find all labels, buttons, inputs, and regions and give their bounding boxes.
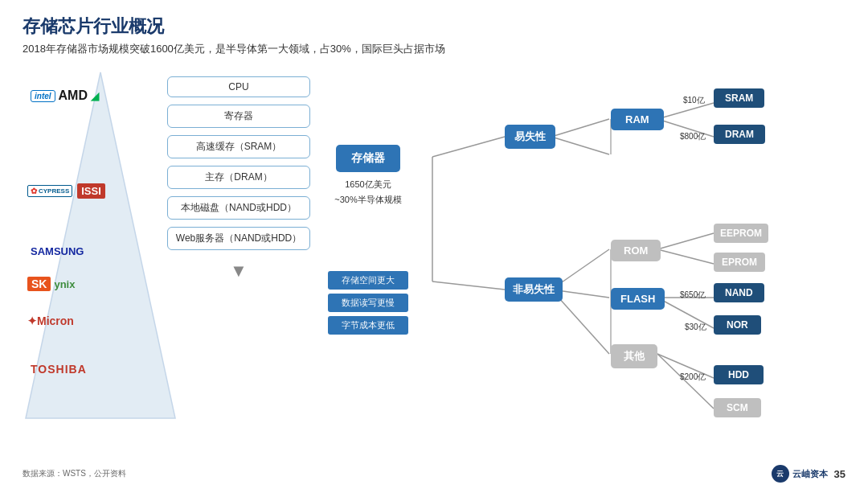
hdd-group: $200亿 HDD bbox=[714, 365, 764, 384]
tag-cost: 字节成本更低 bbox=[328, 316, 408, 335]
nand-box: NAND bbox=[714, 283, 764, 302]
center-panel: 存储器 1650亿美元~30%半导体规模 存储空间更大 数据读写更慢 字节成本更… bbox=[316, 64, 420, 458]
non-volatile-box: 非易失性 bbox=[505, 277, 563, 302]
dram-value: $800亿 bbox=[680, 131, 706, 142]
dram-box: DRAM bbox=[714, 125, 765, 144]
storage-box: 存储器 bbox=[336, 145, 400, 172]
footer-right: 云 云岫资本 35 bbox=[772, 465, 845, 483]
pyramid-item-cpu: CPU bbox=[167, 76, 310, 97]
logo-toshiba-text: TOSHIBA bbox=[31, 363, 87, 376]
pyramid-item-register: 寄存器 bbox=[167, 105, 310, 128]
nor-value: $30亿 bbox=[685, 322, 706, 333]
pyramid-item-nand: 本地磁盘（NAND或HDD） bbox=[167, 196, 310, 220]
footer-logo-text: 云岫资本 bbox=[792, 468, 828, 480]
logo-issi: ISSI bbox=[77, 183, 105, 199]
eeprom-group: EEPROM bbox=[714, 224, 768, 243]
hdd-box: HDD bbox=[714, 365, 764, 384]
dram-group: $800亿 DRAM bbox=[714, 125, 765, 144]
svg-line-12 bbox=[657, 249, 714, 264]
logo-micron-text: ✦Micron bbox=[27, 314, 74, 327]
svg-line-4 bbox=[551, 119, 609, 137]
hdd-value: $200亿 bbox=[680, 372, 706, 383]
rom-box: ROM bbox=[611, 240, 661, 261]
bottom-tags: 存储空间更大 数据读写更慢 字节成本更低 bbox=[328, 271, 408, 335]
scm-group: SCM bbox=[714, 398, 761, 417]
eprom-group: EPROM bbox=[714, 253, 765, 272]
logo-sk: SK bbox=[27, 277, 51, 291]
page-number: 35 bbox=[834, 468, 845, 480]
nor-box: NOR bbox=[714, 315, 761, 335]
footer: 数据来源：WSTS，公开资料 云 云岫资本 35 bbox=[23, 465, 845, 483]
logo-intel-amd: intel AMD◢ bbox=[31, 88, 99, 103]
right-panel: 易失性 非易失性 RAM ROM FLASH 其他 $10亿 SRAM $800… bbox=[424, 64, 845, 458]
logo-micron: ✦Micron bbox=[27, 314, 74, 328]
logo-toshiba: TOSHIBA bbox=[31, 362, 87, 376]
logo-samsung-sk: SAMSUNG bbox=[31, 245, 84, 257]
middle-panel: CPU 寄存器 高速缓存（SRAM） 主存（DRAM） 本地磁盘（NAND或HD… bbox=[167, 64, 316, 458]
logo-circle: 云 bbox=[772, 465, 789, 483]
sram-value: $10亿 bbox=[683, 95, 705, 106]
svg-line-11 bbox=[657, 233, 714, 249]
page-title: 存储芯片行业概况 bbox=[23, 14, 845, 39]
logo-intel: intel bbox=[31, 90, 55, 102]
footer-logo: 云 云岫资本 bbox=[772, 465, 828, 483]
volatile-box: 易失性 bbox=[505, 125, 555, 149]
svg-line-3 bbox=[432, 281, 505, 290]
arrow-down: ▼ bbox=[167, 261, 310, 281]
storage-sublabel: 1650亿美元~30%半导体规模 bbox=[334, 177, 401, 207]
other-box: 其他 bbox=[611, 344, 657, 368]
logo-amd: AMD bbox=[59, 88, 88, 103]
scm-box: SCM bbox=[714, 398, 761, 417]
flash-box: FLASH bbox=[611, 288, 665, 310]
eprom-box: EPROM bbox=[714, 253, 765, 272]
footer-source: 数据来源：WSTS，公开资料 bbox=[23, 468, 126, 479]
logo-inner: 云 bbox=[776, 469, 784, 479]
pyramid-item-dram: 主存（DRAM） bbox=[167, 166, 310, 189]
svg-line-5 bbox=[551, 137, 609, 154]
nand-group: $650亿 NAND bbox=[714, 283, 764, 302]
logo-hynix: ynix bbox=[54, 278, 75, 290]
logo-samsung: SAMSUNG bbox=[31, 245, 84, 257]
sram-box: SRAM bbox=[714, 88, 764, 108]
nand-value: $650亿 bbox=[680, 290, 706, 301]
tag-space: 存储空间更大 bbox=[328, 271, 408, 290]
page-subtitle: 2018年存储器市场规模突破1600亿美元，是半导体第一大领域，占30%，国际巨… bbox=[23, 42, 845, 56]
logo-cypress: ✿ CYPRESS bbox=[27, 185, 72, 197]
eeprom-box: EEPROM bbox=[714, 224, 768, 243]
logo-sk-hynix: SK ynix bbox=[27, 277, 75, 291]
left-panel: intel AMD◢ ✿ CYPRESS ISSI SAMSUNG SK yni… bbox=[23, 64, 183, 458]
page: 存储芯片行业概况 2018年存储器市场规模突破1600亿美元，是半导体第一大领域… bbox=[0, 0, 868, 489]
ram-box: RAM bbox=[611, 109, 664, 130]
tag-speed: 数据读写更慢 bbox=[328, 294, 408, 312]
nor-group: $30亿 NOR bbox=[714, 315, 761, 335]
pyramid-items: CPU 寄存器 高速缓存（SRAM） 主存（DRAM） 本地磁盘（NAND或HD… bbox=[167, 76, 310, 281]
pyramid-item-sram: 高速缓存（SRAM） bbox=[167, 135, 310, 158]
logo-amd-arrow: ◢ bbox=[91, 90, 99, 102]
pyramid-item-web: Web服务器（NAND或HDD） bbox=[167, 227, 310, 250]
logo-cypress-issi: ✿ CYPRESS ISSI bbox=[27, 183, 105, 199]
svg-line-2 bbox=[432, 137, 505, 157]
sram-group: $10亿 SRAM bbox=[714, 88, 764, 108]
